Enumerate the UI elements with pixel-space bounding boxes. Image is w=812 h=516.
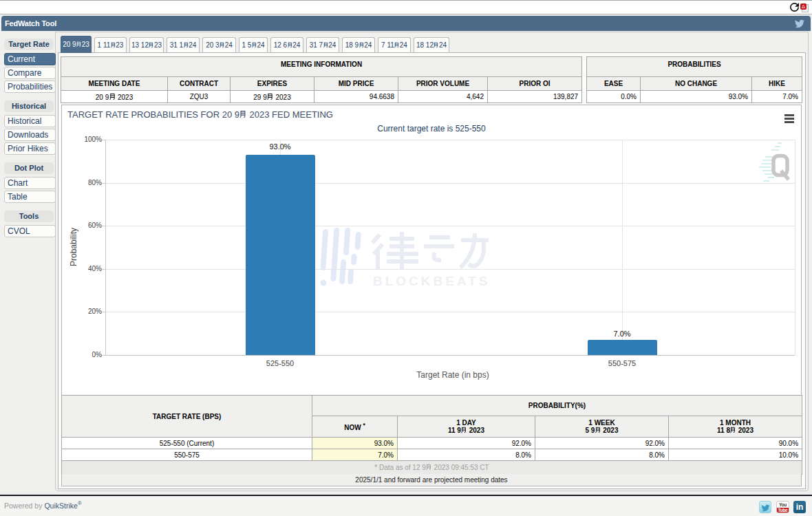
svg-text:BLOCKBEATS: BLOCKBEATS — [373, 274, 491, 288]
